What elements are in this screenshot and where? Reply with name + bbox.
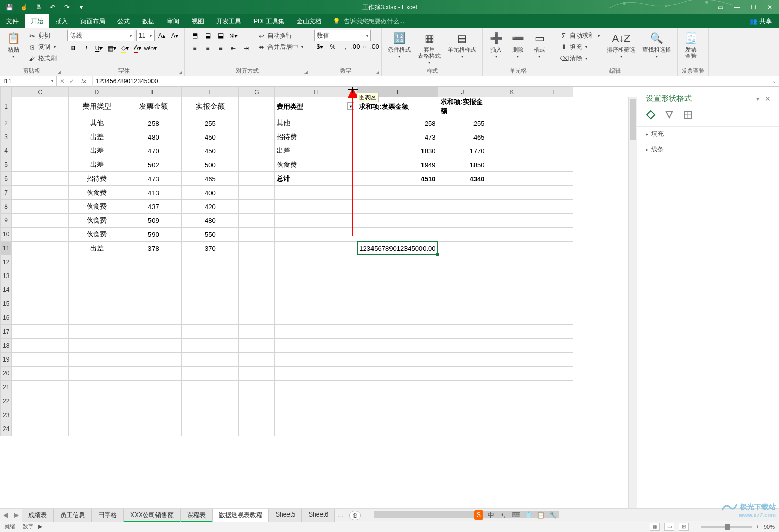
cell-E8[interactable]: 437 <box>125 200 182 214</box>
cell-C3[interactable] <box>12 130 69 144</box>
cell-E22[interactable] <box>125 394 182 408</box>
cell-D1[interactable]: 费用类型 <box>69 97 125 116</box>
cell-D10[interactable]: 伙食费 <box>69 228 125 242</box>
tab-data[interactable]: 数据 <box>136 14 161 28</box>
cell-I10[interactable] <box>357 228 438 242</box>
row-header-9[interactable]: 9 <box>1 214 12 228</box>
cell-E19[interactable] <box>125 353 182 367</box>
touch-mode-icon[interactable]: ☝ <box>19 2 29 12</box>
cell-C18[interactable] <box>12 339 69 353</box>
row-header-21[interactable]: 21 <box>1 381 12 394</box>
merge-center-button[interactable]: ⬌合并后居中▾ <box>255 41 306 53</box>
tab-layout[interactable]: 页面布局 <box>74 14 111 28</box>
cell-G14[interactable] <box>239 283 275 297</box>
normal-view-icon[interactable]: ▦ <box>650 523 660 531</box>
ime-punct[interactable]: •, <box>499 510 508 520</box>
cell-J11[interactable] <box>438 242 487 255</box>
row-header-6[interactable]: 6 <box>1 172 12 186</box>
cell-J12[interactable] <box>438 255 487 269</box>
cell-D18[interactable] <box>69 339 125 353</box>
cell-C22[interactable] <box>12 394 69 408</box>
dialog-launcher-icon[interactable]: ◢ <box>57 70 61 75</box>
formula-input[interactable]: 123456789012345000 <box>93 76 769 87</box>
cell-D12[interactable] <box>69 255 125 269</box>
cell-C5[interactable] <box>12 158 69 172</box>
cell-K17[interactable] <box>487 325 537 339</box>
cell-H18[interactable] <box>275 339 357 353</box>
cell-E4[interactable]: 470 <box>125 144 182 158</box>
cell-F12[interactable] <box>182 255 239 269</box>
filter-dropdown-icon[interactable]: ▾ <box>347 102 354 110</box>
cell-I4[interactable]: 1830 <box>357 144 438 158</box>
tab-more-icon[interactable]: ... <box>335 511 346 519</box>
cell-C24[interactable] <box>12 422 69 436</box>
qat-customize-icon[interactable]: ▾ <box>76 2 87 12</box>
cell-E11[interactable]: 378 <box>125 242 182 255</box>
maximize-icon[interactable]: ☐ <box>746 2 760 12</box>
cell-G18[interactable] <box>239 339 275 353</box>
cell-I6[interactable]: 4510 <box>357 172 438 186</box>
cell-C1[interactable] <box>12 97 69 116</box>
cell-H22[interactable] <box>275 394 357 408</box>
cell-L20[interactable] <box>537 367 573 381</box>
cell-J19[interactable] <box>438 353 487 367</box>
cell-I21[interactable] <box>357 381 438 394</box>
cell-C19[interactable] <box>12 353 69 367</box>
number-format-combo[interactable]: 数值▾ <box>314 30 371 41</box>
cell-G12[interactable] <box>239 255 275 269</box>
cell-G17[interactable] <box>239 325 275 339</box>
row-header-22[interactable]: 22 <box>1 394 12 408</box>
zoom-slider[interactable] <box>701 526 752 528</box>
cell-H10[interactable] <box>275 228 357 242</box>
zoom-in-icon[interactable]: + <box>756 524 759 530</box>
cell-K24[interactable] <box>487 422 537 436</box>
cell-H23[interactable] <box>275 408 357 422</box>
cell-H11[interactable] <box>275 242 357 255</box>
cell-C13[interactable] <box>12 269 69 283</box>
cell-F8[interactable]: 420 <box>182 200 239 214</box>
align-center-icon[interactable]: ≡ <box>202 43 213 54</box>
copy-button[interactable]: ⎘复制▾ <box>26 41 59 53</box>
align-left-icon[interactable]: ≡ <box>189 43 200 54</box>
cell-G4[interactable] <box>239 144 275 158</box>
cell-D2[interactable]: 其他 <box>69 116 125 130</box>
cell-C21[interactable] <box>12 381 69 394</box>
cell-L2[interactable] <box>537 116 573 130</box>
sheet-tab-5[interactable]: 数据透视表教程 <box>212 509 269 522</box>
fx-icon[interactable]: fx <box>78 78 89 85</box>
tab-nav-next-icon[interactable]: ▶ <box>11 511 22 519</box>
cell-C10[interactable] <box>12 228 69 242</box>
cell-E17[interactable] <box>125 325 182 339</box>
cell-E20[interactable] <box>125 367 182 381</box>
cell-K21[interactable] <box>487 381 537 394</box>
cell-D5[interactable]: 出差 <box>69 158 125 172</box>
decrease-indent-icon[interactable]: ⇤ <box>228 43 239 54</box>
cell-E23[interactable] <box>125 408 182 422</box>
cell-H14[interactable] <box>275 283 357 297</box>
close-icon[interactable]: ✕ <box>763 2 777 12</box>
cell-J22[interactable] <box>438 394 487 408</box>
cell-C17[interactable] <box>12 325 69 339</box>
cell-I16[interactable] <box>357 311 438 325</box>
cell-L12[interactable] <box>537 255 573 269</box>
font-name-combo[interactable]: 等线▾ <box>67 30 134 41</box>
cell-G5[interactable] <box>239 158 275 172</box>
cell-F18[interactable] <box>182 339 239 353</box>
cell-L16[interactable] <box>537 311 573 325</box>
cell-J2[interactable]: 255 <box>438 116 487 130</box>
cell-J20[interactable] <box>438 367 487 381</box>
col-header-F[interactable]: F <box>182 87 239 97</box>
cell-J23[interactable] <box>438 408 487 422</box>
vertical-scrollbar[interactable] <box>628 97 637 508</box>
cell-E6[interactable]: 473 <box>125 172 182 186</box>
cell-D20[interactable] <box>69 367 125 381</box>
cell-G7[interactable] <box>239 186 275 200</box>
cell-I3[interactable]: 473 <box>357 130 438 144</box>
cell-J8[interactable] <box>438 200 487 214</box>
cell-G13[interactable] <box>239 269 275 283</box>
cell-L18[interactable] <box>537 339 573 353</box>
cell-E15[interactable] <box>125 297 182 311</box>
cell-J15[interactable] <box>438 297 487 311</box>
share-button[interactable]: 👥共享 <box>742 14 779 28</box>
format-as-table-button[interactable]: ▦套用 表格格式▾ <box>416 30 443 67</box>
